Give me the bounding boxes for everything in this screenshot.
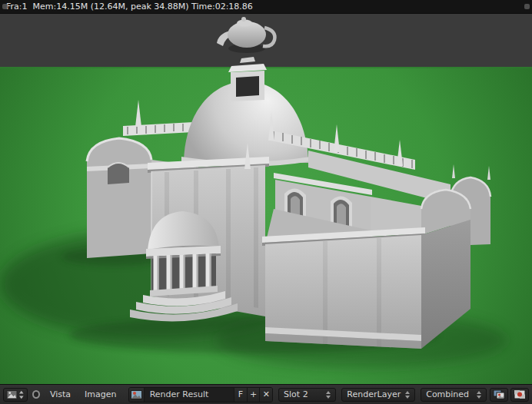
render-layer-select[interactable]: RenderLayer: [341, 388, 415, 402]
layers-icon-button[interactable]: [490, 388, 508, 402]
chevron-updown-icon: [405, 391, 410, 399]
render-pass-select[interactable]: Combined: [421, 388, 487, 402]
render-stats-text: Fra:1 Mem:14.15M (12.64M, peak 34.88M) T…: [6, 2, 253, 12]
image-datablock: Render Result F + ✕: [128, 387, 273, 402]
new-image-button[interactable]: +: [247, 388, 260, 402]
photo-icon: [514, 389, 526, 399]
rendered-scene: [0, 14, 532, 384]
image-editor-header: Vista Imagen Render Result F + ✕ Slot 2 …: [0, 384, 532, 404]
render-layer-label: RenderLayer: [347, 389, 401, 399]
unlink-image-button[interactable]: ✕: [259, 388, 272, 402]
header-right-icons: [490, 388, 529, 402]
slot-select-label: Slot 2: [284, 389, 321, 399]
image-editor-icon: [6, 389, 25, 400]
image-name-field[interactable]: Render Result: [145, 388, 234, 402]
image-icon-button[interactable]: [510, 388, 529, 402]
slot-select[interactable]: Slot 2: [278, 388, 336, 402]
render-stats-bar: Fra:1 Mem:14.15M (12.64M, peak 34.88M) T…: [0, 0, 532, 14]
chevron-updown-icon: [326, 391, 331, 399]
horizon-line: [0, 67, 532, 68]
region-corner-widget[interactable]: [2, 4, 8, 9]
image-thumbnail-icon: [131, 390, 142, 399]
render-pass-label: Combined: [426, 389, 472, 399]
blender-image-editor-window: Fra:1 Mem:14.15M (12.64M, peak 34.88M) T…: [0, 0, 532, 404]
fake-user-button[interactable]: F: [234, 388, 247, 402]
menu-view[interactable]: Vista: [45, 388, 76, 402]
chevron-updown-icon: [477, 391, 481, 399]
region-corner-widget[interactable]: [524, 4, 530, 9]
editor-type-selector[interactable]: [3, 388, 28, 402]
browse-image-button[interactable]: [129, 388, 144, 402]
render-viewport[interactable]: [0, 14, 532, 384]
circle-icon[interactable]: [32, 390, 40, 399]
menu-image[interactable]: Imagen: [79, 388, 121, 402]
layers-icon: [493, 389, 505, 399]
